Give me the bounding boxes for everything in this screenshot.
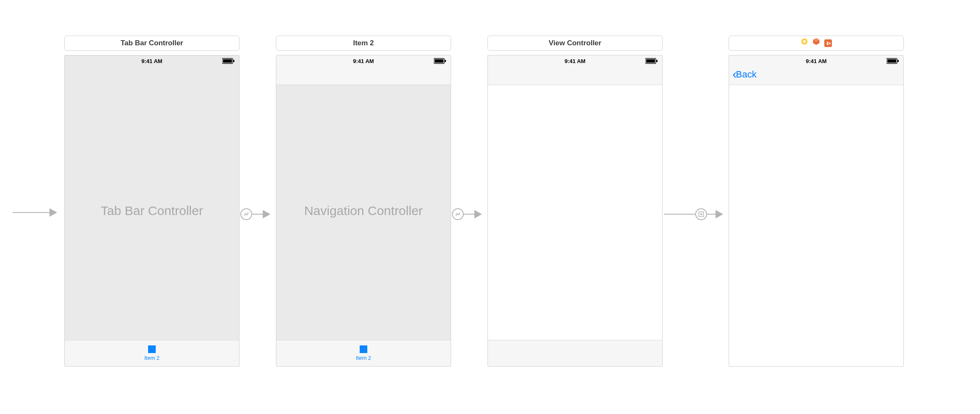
battery-icon (645, 58, 658, 64)
navigation-bar-placeholder (276, 66, 451, 85)
controller-placeholder-label: Tab Bar Controller (65, 55, 239, 366)
scene-title-bar[interactable]: Tab Bar Controller (64, 36, 239, 51)
segue-badge (452, 208, 464, 220)
svg-rect-5 (445, 60, 446, 62)
tab-bar: Item 2 (65, 340, 239, 366)
tab-item-label: Item 2 (356, 355, 371, 361)
scene-body[interactable]: 9:41 AM ‹ Back (729, 55, 904, 367)
segue-line (664, 214, 696, 215)
scene-title-bar[interactable]: View Controller (487, 36, 663, 51)
status-bar: 9:41 AM (729, 55, 903, 66)
svg-rect-1 (223, 59, 232, 63)
navigation-bar-placeholder (488, 66, 662, 85)
tab-bar-placeholder (488, 340, 662, 366)
status-bar: 9:41 AM (488, 55, 662, 66)
arrow-right-icon (263, 210, 270, 218)
arrow-right-icon (50, 208, 57, 217)
scene-tab-bar-controller[interactable]: Tab Bar Controller 9:41 AM Tab Bar Contr… (64, 36, 239, 367)
navigation-bar: 9:41 AM ‹ Back (729, 55, 903, 85)
tab-item-label: Item 2 (144, 355, 160, 361)
svg-rect-8 (656, 60, 658, 62)
segue-line (707, 214, 716, 215)
segue-line (13, 212, 50, 213)
scene-title-bar[interactable]: Item 2 (276, 36, 451, 51)
storyboard-entry-point[interactable] (13, 208, 57, 217)
segue-line (463, 214, 475, 215)
status-time-label: 9:41 AM (564, 58, 585, 64)
first-responder-icon[interactable] (812, 36, 820, 50)
tab-item-icon (360, 345, 367, 353)
segue-line (252, 214, 263, 215)
svg-rect-16 (897, 60, 899, 62)
storyboard-canvas[interactable]: Tab Bar Controller 9:41 AM Tab Bar Contr… (0, 0, 980, 414)
svg-rect-7 (646, 59, 655, 63)
scene-title-bar[interactable] (729, 36, 904, 51)
arrow-right-icon (474, 210, 482, 218)
chevron-left-icon: ‹ (732, 69, 737, 79)
svg-rect-4 (435, 59, 443, 63)
scene-body[interactable]: 9:41 AM Tab Bar Controller Item 2 (64, 55, 239, 367)
status-time-label: 9:41 AM (353, 58, 374, 64)
segue-badge (695, 208, 707, 220)
scene-title-label: Tab Bar Controller (121, 36, 183, 50)
scene-title-label: Item 2 (353, 36, 374, 50)
status-time-label: 9:41 AM (806, 58, 826, 64)
battery-icon (886, 58, 899, 64)
back-button-label: Back (736, 69, 757, 80)
status-time-label: 9:41 AM (141, 58, 162, 64)
relationship-segue-icon (243, 211, 249, 217)
status-bar: 9:41 AM (276, 55, 451, 66)
scene-title-label: View Controller (549, 36, 601, 50)
segue-show[interactable] (664, 208, 723, 220)
arrow-right-icon (716, 210, 723, 218)
tab-bar: Item 2 (276, 340, 451, 366)
segue-relationship[interactable] (452, 208, 482, 220)
tab-bar-item[interactable]: Item 2 (144, 345, 160, 361)
battery-icon (222, 58, 235, 64)
show-segue-icon (698, 211, 704, 217)
scene-body[interactable]: 9:41 AM (487, 55, 663, 367)
scene-navigation-controller[interactable]: Item 2 9:41 AM Navigation Controller Ite… (276, 36, 451, 367)
battery-icon (434, 58, 446, 64)
svg-rect-2 (233, 60, 234, 62)
svg-point-11 (803, 40, 806, 43)
scene-dock-icons (801, 36, 832, 50)
scene-view-controller[interactable]: View Controller 9:41 AM (487, 36, 663, 367)
back-button[interactable]: ‹ Back (732, 69, 757, 80)
svg-rect-15 (887, 59, 896, 63)
segue-relationship[interactable] (241, 208, 270, 220)
scene-detail-view-controller[interactable]: 9:41 AM ‹ Back (729, 36, 904, 367)
tab-bar-item[interactable]: Item 2 (356, 345, 371, 361)
segue-badge (240, 208, 252, 220)
exit-icon[interactable] (824, 39, 832, 47)
status-bar: 9:41 AM (65, 55, 239, 66)
tab-item-icon (148, 345, 156, 353)
controller-placeholder-label: Navigation Controller (276, 55, 451, 366)
view-controller-icon[interactable] (801, 36, 808, 50)
relationship-segue-icon (455, 211, 461, 217)
scene-body[interactable]: 9:41 AM Navigation Controller Item 2 (276, 55, 451, 367)
